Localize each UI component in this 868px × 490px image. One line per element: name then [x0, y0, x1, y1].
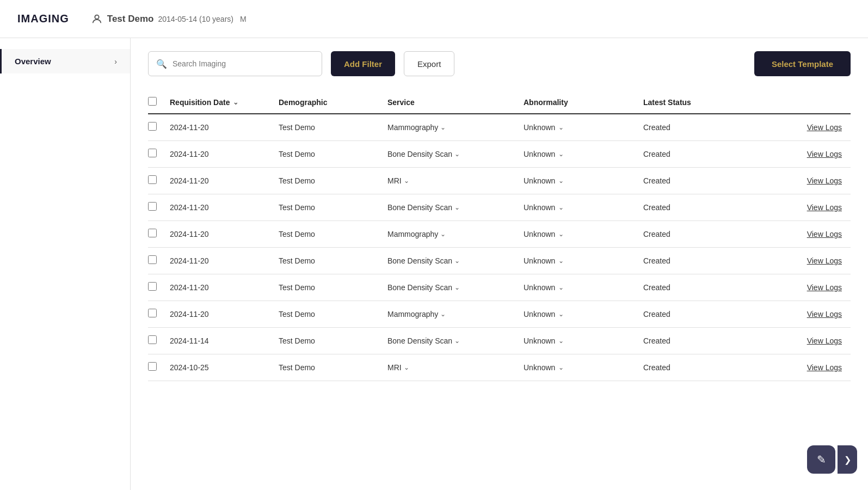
abnormality-dropdown-icon-1: ⌄ [558, 150, 564, 158]
row-service-2[interactable]: MRI ⌄ [387, 176, 524, 185]
abnormality-dropdown-icon-9: ⌄ [558, 364, 564, 371]
row-checkbox-7[interactable] [148, 309, 157, 317]
date-column-header[interactable]: Requisition Date ⌄ [170, 98, 279, 107]
row-service-9[interactable]: MRI ⌄ [387, 363, 524, 372]
row-service-4[interactable]: Mammography ⌄ [387, 230, 524, 238]
service-dropdown-icon-3: ⌄ [454, 204, 460, 211]
sidebar: Overview › [0, 38, 131, 490]
row-demographic-9: Test Demo [279, 363, 387, 372]
row-checkbox-9[interactable] [148, 362, 157, 371]
view-logs-link-2[interactable]: View Logs [807, 176, 842, 185]
select-all-checkbox[interactable] [148, 97, 157, 106]
view-logs-link-9[interactable]: View Logs [807, 363, 842, 372]
service-dropdown-icon-0: ⌄ [440, 124, 446, 131]
row-checkbox-0[interactable] [148, 122, 157, 131]
abnormality-dropdown-icon-6: ⌄ [558, 284, 564, 291]
row-checkbox-8[interactable] [148, 335, 157, 344]
abnormality-dropdown-icon-0: ⌄ [558, 124, 564, 131]
search-box[interactable]: 🔍 [148, 51, 322, 76]
view-logs-link-1[interactable]: View Logs [807, 150, 842, 158]
abnormality-dropdown-icon-4: ⌄ [558, 230, 564, 238]
sidebar-item-overview[interactable]: Overview › [0, 49, 130, 74]
row-service-3[interactable]: Bone Density Scan ⌄ [387, 203, 524, 212]
status-column-header: Latest Status [643, 98, 741, 107]
app-header: IMAGING Test Demo 2014-05-14 (10 years) … [0, 0, 868, 38]
row-status-6: Created [643, 283, 741, 292]
row-service-8[interactable]: Bone Density Scan ⌄ [387, 336, 524, 345]
row-checkbox-5[interactable] [148, 255, 157, 264]
abnormality-dropdown-icon-3: ⌄ [558, 204, 564, 211]
abnormality-dropdown-icon-7: ⌄ [558, 310, 564, 318]
app-title: IMAGING [17, 13, 69, 25]
patient-icon [91, 13, 103, 25]
row-abnormality-0[interactable]: Unknown ⌄ [524, 123, 643, 132]
row-service-0[interactable]: Mammography ⌄ [387, 123, 524, 132]
row-checkbox-3[interactable] [148, 202, 157, 211]
row-status-7: Created [643, 310, 741, 318]
patient-info: Test Demo 2014-05-14 (10 years) M [91, 13, 247, 25]
row-abnormality-2[interactable]: Unknown ⌄ [524, 176, 643, 185]
view-logs-link-3[interactable]: View Logs [807, 203, 842, 212]
view-logs-link-6[interactable]: View Logs [807, 283, 842, 292]
row-status-3: Created [643, 203, 741, 212]
view-logs-link-4[interactable]: View Logs [807, 230, 842, 238]
select-template-button[interactable]: Select Template [754, 51, 851, 76]
abnormality-dropdown-icon-5: ⌄ [558, 257, 564, 265]
row-abnormality-5[interactable]: Unknown ⌄ [524, 256, 643, 265]
view-logs-link-8[interactable]: View Logs [807, 336, 842, 345]
service-dropdown-icon-5: ⌄ [454, 257, 460, 265]
view-logs-link-0[interactable]: View Logs [807, 123, 842, 132]
row-checkbox-1[interactable] [148, 149, 157, 157]
abnormality-column-header: Abnormality [524, 98, 643, 107]
export-button[interactable]: Export [404, 51, 454, 76]
row-abnormality-8[interactable]: Unknown ⌄ [524, 336, 643, 345]
row-date-6: 2024-11-20 [170, 283, 279, 292]
row-demographic-8: Test Demo [279, 336, 387, 345]
row-status-5: Created [643, 256, 741, 265]
row-date-2: 2024-11-20 [170, 176, 279, 185]
row-abnormality-3[interactable]: Unknown ⌄ [524, 203, 643, 212]
table-row: 2024-11-20 Test Demo Mammography ⌄ Unkno… [148, 301, 851, 328]
row-abnormality-6[interactable]: Unknown ⌄ [524, 283, 643, 292]
row-checkbox-6[interactable] [148, 282, 157, 291]
row-service-1[interactable]: Bone Density Scan ⌄ [387, 150, 524, 158]
view-logs-link-7[interactable]: View Logs [807, 310, 842, 318]
view-logs-link-5[interactable]: View Logs [807, 256, 842, 265]
row-service-7[interactable]: Mammography ⌄ [387, 310, 524, 318]
row-abnormality-9[interactable]: Unknown ⌄ [524, 363, 643, 372]
service-dropdown-icon-9: ⌄ [404, 364, 409, 371]
main-layout: Overview › 🔍 Add Filter Export Select Te… [0, 38, 868, 490]
patient-gender: M [240, 15, 247, 23]
row-checkbox-2[interactable] [148, 175, 157, 184]
row-date-7: 2024-11-20 [170, 310, 279, 318]
row-date-9: 2024-10-25 [170, 363, 279, 372]
service-dropdown-icon-6: ⌄ [454, 284, 460, 291]
nav-arrow-button[interactable]: ❯ [838, 445, 857, 474]
row-checkbox-4[interactable] [148, 229, 157, 237]
row-date-5: 2024-11-20 [170, 256, 279, 265]
table-row: 2024-11-20 Test Demo Bone Density Scan ⌄… [148, 274, 851, 301]
row-demographic-2: Test Demo [279, 176, 387, 185]
row-date-4: 2024-11-20 [170, 230, 279, 238]
fab-button[interactable]: ✎ [807, 445, 835, 474]
row-abnormality-4[interactable]: Unknown ⌄ [524, 230, 643, 238]
table-row: 2024-11-20 Test Demo Bone Density Scan ⌄… [148, 141, 851, 168]
row-date-8: 2024-11-14 [170, 336, 279, 345]
table-header: Requisition Date ⌄ Demographic Service [148, 91, 851, 114]
patient-dob: 2014-05-14 (10 years) [158, 15, 233, 23]
table-row: 2024-11-20 Test Demo Mammography ⌄ Unkno… [148, 114, 851, 141]
row-status-9: Created [643, 363, 741, 372]
row-service-6[interactable]: Bone Density Scan ⌄ [387, 283, 524, 292]
row-abnormality-7[interactable]: Unknown ⌄ [524, 310, 643, 318]
row-status-4: Created [643, 230, 741, 238]
row-abnormality-1[interactable]: Unknown ⌄ [524, 150, 643, 158]
table-row: 2024-11-20 Test Demo MRI ⌄ Unknown ⌄ Cre… [148, 168, 851, 194]
row-service-5[interactable]: Bone Density Scan ⌄ [387, 256, 524, 265]
service-dropdown-icon-7: ⌄ [440, 310, 446, 318]
toolbar: 🔍 Add Filter Export Select Template [148, 51, 851, 76]
add-filter-button[interactable]: Add Filter [331, 51, 395, 76]
sort-icon: ⌄ [233, 99, 238, 106]
row-date-3: 2024-11-20 [170, 203, 279, 212]
row-demographic-3: Test Demo [279, 203, 387, 212]
search-input[interactable] [173, 59, 314, 68]
